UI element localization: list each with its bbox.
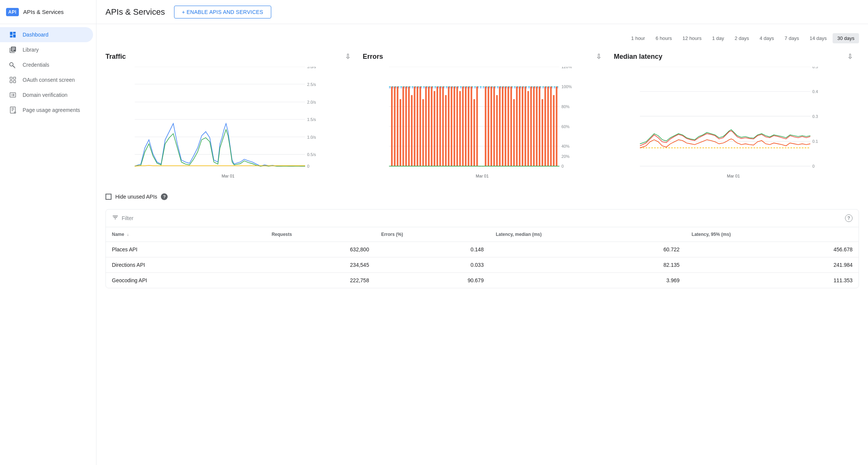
svg-text:0: 0 [561, 164, 564, 168]
sidebar: API APIs & Services Dashboard Library Cr… [0, 0, 96, 465]
cell-errors-pct: 0.148 [375, 242, 490, 257]
col-latency-median: Latency, median (ms) [490, 227, 686, 242]
svg-text:2.0/s: 2.0/s [307, 100, 316, 104]
cell-errors-pct: 90.679 [375, 273, 490, 288]
svg-rect-64 [468, 87, 469, 166]
svg-rect-43 [408, 87, 410, 166]
svg-rect-75 [499, 87, 500, 166]
svg-text:60%: 60% [561, 124, 570, 129]
time-btn-1hour[interactable]: 1 hour [627, 33, 649, 43]
svg-rect-60 [456, 87, 458, 166]
time-btn-4days[interactable]: 4 days [755, 33, 778, 43]
pageusage-icon [9, 106, 17, 114]
time-btn-2days[interactable]: 2 days [730, 33, 753, 43]
svg-rect-2 [14, 77, 16, 80]
hide-unused-apis-checkbox-wrapper[interactable] [105, 194, 112, 200]
filter-icon [112, 214, 119, 222]
api-logo: API [6, 8, 19, 16]
time-btn-30days[interactable]: 30 days [833, 33, 859, 43]
hide-unused-apis-section: Hide unused APIs ? [105, 193, 859, 200]
sidebar-header: API APIs & Services [0, 0, 96, 24]
filter-placeholder[interactable]: Filter [122, 215, 133, 221]
svg-rect-46 [417, 87, 418, 166]
sidebar-item-pageusage[interactable]: Page usage agreements [0, 102, 93, 118]
svg-text:1.0/s: 1.0/s [307, 135, 316, 139]
svg-rect-1 [10, 77, 12, 80]
sidebar-item-domain[interactable]: Domain verification [0, 87, 93, 102]
sidebar-item-credentials-label: Credentials [23, 62, 49, 68]
svg-rect-59 [454, 87, 455, 166]
svg-rect-51 [431, 87, 432, 166]
main-header: APIs & Services + ENABLE APIS AND SERVIC… [96, 0, 868, 24]
svg-rect-42 [405, 87, 406, 166]
table-row[interactable]: Places API 632,800 0.148 60.722 456.678 [106, 242, 859, 257]
time-range-selector: 1 hour 6 hours 12 hours 1 day 2 days 4 d… [105, 33, 859, 43]
time-btn-7days[interactable]: 7 days [780, 33, 804, 43]
table-row[interactable]: Geocoding API 222,758 90.679 3.969 111.3… [106, 273, 859, 288]
errors-chart-svg: 120% 100% 80% 60% 40% 20% 0 [363, 67, 602, 172]
time-btn-12hours[interactable]: 12 hours [678, 33, 706, 43]
sidebar-item-library[interactable]: Library [0, 42, 93, 57]
svg-rect-66 [473, 99, 475, 166]
table-toolbar: Filter ? [106, 210, 859, 227]
svg-rect-53 [436, 87, 438, 166]
svg-rect-5 [10, 93, 16, 97]
traffic-chart-svg: 3.0/s 2.5/s 2.0/s 1.5/s 1.0/s 0.5/s 0 [105, 67, 351, 172]
svg-rect-83 [521, 87, 523, 166]
svg-rect-65 [471, 87, 472, 166]
svg-text:0: 0 [307, 164, 309, 168]
svg-rect-87 [533, 87, 535, 166]
table-help-icon[interactable]: ? [845, 214, 853, 222]
domain-icon [9, 91, 17, 99]
credentials-icon [9, 61, 17, 69]
hide-unused-apis-checkbox[interactable] [105, 194, 112, 200]
page-title: APIs & Services [105, 7, 165, 17]
svg-text:1.5/s: 1.5/s [307, 117, 316, 122]
svg-text:0.3: 0.3 [813, 114, 818, 119]
svg-rect-4 [14, 81, 16, 83]
sidebar-item-library-label: Library [23, 47, 39, 53]
traffic-chart-header: Traffic ⇩ [105, 52, 351, 61]
sidebar-item-dashboard[interactable]: Dashboard [0, 27, 93, 42]
cell-latency-95: 111.353 [686, 273, 859, 288]
svg-rect-91 [544, 87, 546, 166]
svg-rect-57 [448, 87, 449, 166]
col-name[interactable]: Name ↓ [106, 227, 266, 242]
col-errors: Errors (%) [375, 227, 490, 242]
table-row[interactable]: Directions API 234,545 0.033 82.135 241.… [106, 257, 859, 273]
hide-unused-apis-label: Hide unused APIs [115, 194, 157, 200]
time-btn-6hours[interactable]: 6 hours [651, 33, 676, 43]
dashboard-icon [9, 31, 17, 38]
latency-chart-header: Median latency ⇩ [614, 52, 853, 61]
filter-area[interactable]: Filter [112, 214, 133, 222]
charts-section: Traffic ⇩ 3.0/s 2.5/ [105, 52, 859, 178]
time-btn-14days[interactable]: 14 days [805, 33, 831, 43]
traffic-chart-wrapper: 3.0/s 2.5/s 2.0/s 1.5/s 1.0/s 0.5/s 0 [105, 67, 351, 172]
errors-chart-date: Mar 01 [363, 174, 602, 178]
cell-requests: 234,545 [266, 257, 375, 273]
svg-text:120%: 120% [561, 67, 572, 69]
errors-chart-title: Errors [363, 53, 383, 61]
traffic-download-button[interactable]: ⇩ [345, 52, 351, 61]
svg-rect-85 [527, 91, 529, 166]
cell-requests: 222,758 [266, 273, 375, 288]
traffic-chart-date: Mar 01 [105, 174, 351, 178]
sidebar-item-dashboard-label: Dashboard [23, 32, 49, 38]
errors-download-button[interactable]: ⇩ [596, 52, 602, 61]
svg-rect-93 [550, 87, 552, 166]
svg-text:40%: 40% [561, 144, 570, 148]
time-btn-1day[interactable]: 1 day [708, 33, 729, 43]
sidebar-item-oauth[interactable]: OAuth consent screen [0, 72, 93, 87]
svg-rect-70 [484, 87, 486, 166]
sort-icon-name: ↓ [127, 232, 129, 237]
sidebar-title: APIs & Services [23, 9, 64, 15]
enable-apis-button[interactable]: + ENABLE APIS AND SERVICES [174, 6, 271, 18]
svg-rect-94 [553, 95, 554, 166]
latency-chart-wrapper: 0.5 0.4 0.3 0.1 0 [614, 67, 853, 172]
latency-download-button[interactable]: ⇩ [847, 52, 853, 61]
svg-rect-45 [414, 87, 415, 166]
sidebar-item-credentials[interactable]: Credentials [0, 57, 93, 72]
svg-rect-67 [476, 87, 478, 166]
hide-unused-apis-help-icon[interactable]: ? [161, 193, 168, 200]
svg-rect-50 [428, 87, 429, 166]
